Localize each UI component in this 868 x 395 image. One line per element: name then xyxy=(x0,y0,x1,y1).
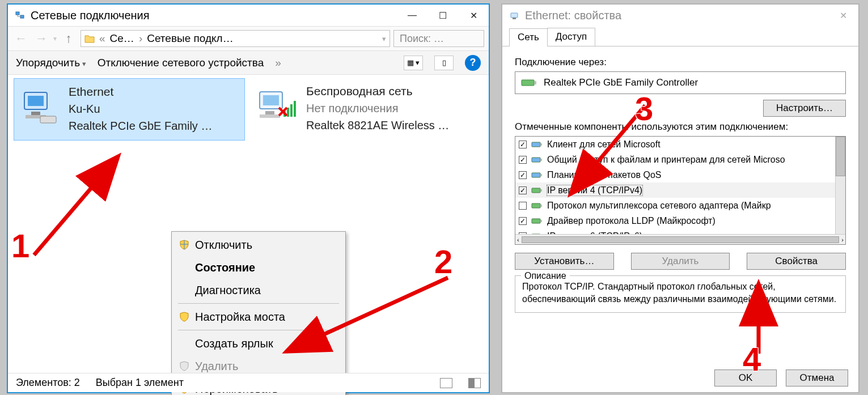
component-label: Протокол мультиплексора сетевого адаптер… xyxy=(547,201,771,211)
svg-rect-8 xyxy=(263,95,279,105)
command-bar: Упорядочить Отключение сетевого устройст… xyxy=(8,51,489,75)
ctx-separator xyxy=(178,330,339,330)
breadcrumb-item[interactable]: Се… xyxy=(110,32,134,45)
checkbox[interactable]: ✓ xyxy=(519,141,527,148)
svg-rect-4 xyxy=(31,112,40,115)
component-row[interactable]: ✓Драйвер протокола LLDP (Майкрософт) xyxy=(515,213,845,228)
checkbox[interactable] xyxy=(519,202,527,210)
network-connections-window: Сетевые подключения — ☐ ✕ ← → ▾ ↑ « Се… … xyxy=(7,3,490,393)
component-label: Драйвер протокола LLDP (Майкрософт) xyxy=(547,216,715,226)
connection-name: Ethernet xyxy=(69,83,212,100)
svg-rect-23 xyxy=(532,173,540,177)
component-icon xyxy=(531,156,543,164)
svg-rect-29 xyxy=(532,219,540,223)
titlebar[interactable]: Сетевые подключения — ☐ ✕ xyxy=(8,5,489,26)
svg-rect-30 xyxy=(541,220,542,222)
svg-rect-24 xyxy=(541,174,542,176)
connection-status: Ku-Ku xyxy=(69,100,212,117)
shield-icon xyxy=(179,361,189,371)
svg-rect-12 xyxy=(287,108,289,117)
vertical-scrollbar[interactable] xyxy=(835,137,845,234)
titlebar[interactable]: Ethernet: свойства ✕ xyxy=(502,5,858,26)
forward-icon[interactable]: → xyxy=(33,31,50,46)
tab-network[interactable]: Сеть xyxy=(509,28,548,46)
component-label: IP версии 4 (TCP/IPv4) xyxy=(547,185,642,196)
details-view-icon[interactable] xyxy=(440,378,452,388)
up-icon[interactable]: ↑ xyxy=(60,31,77,46)
svg-rect-18 xyxy=(535,81,536,84)
label-components: Отмеченные компоненты используются этим … xyxy=(515,121,846,133)
ctx-bridge[interactable]: Настройка моста xyxy=(173,305,344,328)
svg-rect-15 xyxy=(511,13,518,18)
connection-adapter: Realtek PCIe GbE Family … xyxy=(69,117,212,134)
maximize-button[interactable]: ☐ xyxy=(427,5,458,26)
connection-status: Нет подключения xyxy=(306,100,449,117)
disable-device-button[interactable]: Отключение сетевого устройства xyxy=(98,57,264,69)
more-commands[interactable]: » xyxy=(275,57,281,69)
context-menu: Отключить Состояние Диагностика Настройк… xyxy=(171,231,346,395)
component-row[interactable]: ✓IP версии 4 (TCP/IPv4) xyxy=(515,182,845,198)
annotation-4: 4 xyxy=(743,340,761,378)
breadcrumb-dropdown[interactable]: ▾ xyxy=(382,35,386,43)
svg-rect-0 xyxy=(16,12,19,15)
ctx-status[interactable]: Состояние xyxy=(173,256,344,279)
svg-rect-20 xyxy=(541,143,542,146)
component-row[interactable]: ✓Планировщик пакетов QoS xyxy=(515,167,845,182)
view-layout-button[interactable]: ▦ ▾ xyxy=(404,56,423,70)
tab-body: Подключение через: Realtek PCIe GbE Fami… xyxy=(502,46,858,321)
svg-rect-3 xyxy=(28,96,44,106)
component-label: Клиент для сетей Microsoft xyxy=(547,139,660,150)
connection-adapter: Realtek 8821AE Wireless … xyxy=(306,117,449,134)
install-button[interactable]: Установить… xyxy=(515,253,614,270)
configure-button[interactable]: Настроить… xyxy=(763,100,846,117)
ethernet-icon xyxy=(20,87,60,126)
component-row[interactable]: ✓Клиент для сетей Microsoft xyxy=(515,137,845,152)
component-row[interactable]: ✓Общий доступ к файлам и принтерам для с… xyxy=(515,152,845,167)
breadcrumb-item[interactable]: Сетевые подкл… xyxy=(147,32,233,45)
connections-area: Ethernet Ku-Ku Realtek PCIe GbE Family …… xyxy=(8,75,489,369)
ctx-disable[interactable]: Отключить xyxy=(173,233,344,256)
organize-button[interactable]: Упорядочить xyxy=(16,57,86,69)
checkbox[interactable]: ✓ xyxy=(519,217,527,225)
ctx-shortcut[interactable]: Создать ярлык xyxy=(173,332,344,355)
status-bar: Элементов: 2 Выбран 1 элемент xyxy=(8,373,489,392)
components-list[interactable]: ✓Клиент для сетей Microsoft✓Общий доступ… xyxy=(515,136,846,245)
svg-rect-14 xyxy=(294,101,296,117)
checkbox[interactable]: ✓ xyxy=(519,171,527,179)
component-row[interactable]: Протокол мультиплексора сетевого адаптер… xyxy=(515,198,845,213)
connection-item-ethernet[interactable]: Ethernet Ku-Ku Realtek PCIe GbE Family … xyxy=(14,78,245,141)
minimize-button[interactable]: — xyxy=(397,5,427,26)
properties-button[interactable]: Свойства xyxy=(747,253,846,270)
svg-rect-26 xyxy=(541,189,542,192)
component-icon xyxy=(531,171,543,179)
checkbox[interactable]: ✓ xyxy=(519,156,527,164)
preview-pane-button[interactable]: ▯ xyxy=(434,56,454,70)
close-button[interactable]: ✕ xyxy=(828,5,858,26)
description-groupbox: Описание Протокол TCP/IP. Стандартный пр… xyxy=(515,275,846,313)
close-button[interactable]: ✕ xyxy=(458,5,489,26)
history-dropdown[interactable]: ▾ xyxy=(53,35,57,43)
tab-access[interactable]: Доступ xyxy=(547,28,595,46)
breadcrumb-sep: › xyxy=(139,32,142,45)
remove-button[interactable]: Удалить xyxy=(631,253,730,270)
back-icon[interactable]: ← xyxy=(12,31,29,46)
large-icons-view-icon[interactable] xyxy=(468,378,481,388)
connection-item-wireless[interactable]: Беспроводная сеть Нет подключения Realte… xyxy=(252,78,483,141)
help-icon[interactable]: ? xyxy=(465,55,481,71)
horizontal-scrollbar[interactable]: ‹› xyxy=(515,234,845,244)
ctx-diagnostics[interactable]: Диагностика xyxy=(173,279,344,301)
ethernet-properties-window: Ethernet: свойства ✕ Сеть Доступ Подключ… xyxy=(501,3,859,393)
svg-rect-17 xyxy=(522,80,534,86)
adapter-box: Realtek PCIe GbE Family Controller xyxy=(515,71,846,94)
folder-icon xyxy=(84,34,95,43)
annotation-2: 2 xyxy=(434,243,452,281)
component-label: Планировщик пакетов QoS xyxy=(547,170,661,180)
svg-rect-10 xyxy=(260,114,280,118)
checkbox[interactable]: ✓ xyxy=(519,186,527,194)
svg-rect-6 xyxy=(40,116,56,123)
connection-name: Беспроводная сеть xyxy=(306,83,449,100)
cancel-button[interactable]: Отмена xyxy=(786,369,848,386)
search-input[interactable]: Поиск: … xyxy=(393,30,484,47)
address-bar[interactable]: « Се… › Сетевые подкл… ▾ xyxy=(81,30,390,47)
svg-rect-16 xyxy=(513,18,516,19)
